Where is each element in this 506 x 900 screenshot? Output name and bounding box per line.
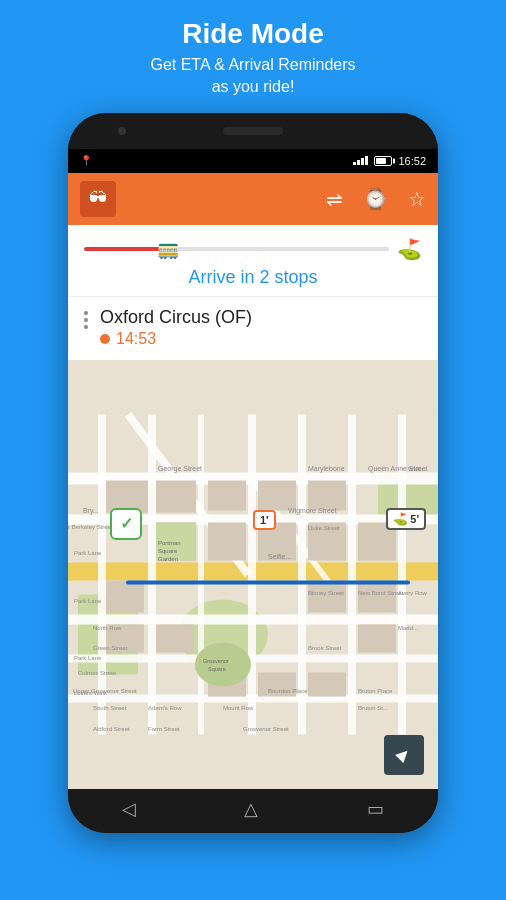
svg-text:Park Lane: Park Lane (74, 597, 102, 603)
svg-text:Park Lane: Park Lane (74, 654, 102, 660)
svg-rect-22 (208, 480, 246, 510)
svg-text:Selfie...: Selfie... (268, 552, 291, 559)
status-time: 16:52 (398, 155, 426, 167)
progress-track: 🚃 (84, 247, 389, 251)
svg-text:Square: Square (158, 547, 178, 553)
svg-text:Bry...: Bry... (83, 506, 99, 514)
svg-rect-20 (156, 480, 196, 512)
svg-text:South Street: South Street (93, 704, 127, 710)
flag-icon: ⛳ (397, 237, 422, 261)
svg-rect-16 (398, 414, 406, 734)
phone-bezel-top (68, 113, 438, 149)
app-content: 🕶 ⇌ ⌚ ☆ 🚃 ⛳ Arrive in 2 stops (68, 173, 438, 789)
star-icon[interactable]: ☆ (408, 187, 426, 211)
svg-text:Adam's Row: Adam's Row (148, 704, 182, 710)
station-time: 14:53 (116, 330, 156, 348)
map-svg: George Street Marylebone Wigmore Street … (68, 360, 438, 789)
train-icon: 🚃 (157, 238, 179, 260)
header-section: Ride Mode Get ETA & Arrival Reminders as… (130, 0, 375, 113)
svg-point-74 (195, 642, 251, 686)
svg-text:New Bond Street: New Bond Street (358, 589, 404, 595)
svg-rect-31 (358, 580, 396, 612)
station-dots (84, 311, 88, 329)
battery-icon (374, 156, 392, 166)
svg-rect-14 (298, 414, 306, 734)
phone-shell: 📍 16:52 🕶 ⇌ ⌚ ☆ (68, 113, 438, 833)
progress-bar: 🚃 ⛳ (84, 237, 422, 261)
svg-rect-13 (248, 414, 256, 734)
location-pin-icon: 📍 (80, 155, 92, 166)
status-left: 📍 (80, 155, 92, 166)
status-bar: 📍 16:52 (68, 149, 438, 173)
front-camera (118, 127, 126, 135)
svg-text:Garden: Garden (158, 555, 178, 561)
svg-text:r Berkeley Street: r Berkeley Street (68, 523, 113, 529)
svg-rect-25 (208, 522, 246, 560)
svg-rect-30 (308, 580, 346, 612)
transfer-icon[interactable]: ⇌ (326, 187, 343, 211)
map-area[interactable]: George Street Marylebone Wigmore Street … (68, 360, 438, 789)
route-mid-marker: 1' (253, 510, 276, 530)
end-label: 5' (410, 513, 419, 525)
compass-icon: ▲ (389, 740, 419, 770)
svg-text:Mount Row: Mount Row (223, 704, 254, 710)
station-details: Oxford Circus (OF) 14:53 (100, 307, 422, 348)
page-subtitle: Get ETA & Arrival Reminders as you ride! (150, 54, 355, 99)
svg-text:Green Street: Green Street (93, 644, 128, 650)
watch-icon[interactable]: ⌚ (363, 187, 388, 211)
svg-rect-12 (198, 414, 204, 734)
svg-text:Duke Street: Duke Street (308, 524, 340, 530)
svg-rect-36 (308, 672, 346, 696)
toolbar-icons: ⇌ ⌚ ☆ (326, 187, 426, 211)
svg-text:North Row: North Row (93, 624, 122, 630)
station-time-row: 14:53 (100, 330, 422, 348)
recents-button[interactable]: ▭ (367, 798, 384, 820)
svg-text:Brook Street: Brook Street (308, 644, 342, 650)
svg-text:Lovers Walk: Lovers Walk (74, 689, 108, 695)
route-start-marker: ✓ (110, 508, 142, 540)
svg-text:Wigmore Street: Wigmore Street (288, 506, 337, 514)
app-toolbar: 🕶 ⇌ ⌚ ☆ (68, 173, 438, 225)
page-title: Ride Mode (150, 18, 355, 50)
home-button[interactable]: △ (244, 798, 258, 820)
time-dot-icon (100, 334, 110, 344)
svg-rect-33 (156, 624, 194, 652)
svg-text:Grosvenor: Grosvenor (203, 657, 229, 663)
svg-text:Welb...: Welb... (408, 465, 427, 471)
svg-rect-29 (106, 580, 144, 612)
svg-text:Madd...: Madd... (398, 624, 418, 630)
svg-text:Bourdon Place: Bourdon Place (268, 687, 308, 693)
svg-text:Marylebone: Marylebone (308, 464, 345, 472)
svg-rect-37 (358, 624, 396, 652)
status-right: 16:52 (353, 155, 426, 167)
svg-rect-15 (348, 414, 356, 734)
svg-text:Aldford Street: Aldford Street (93, 725, 130, 731)
phone-nav-bar: ◁ △ ▭ (68, 789, 438, 833)
toolbar-logo[interactable]: 🕶 (80, 181, 116, 217)
station-info: Oxford Circus (OF) 14:53 (68, 296, 438, 360)
svg-rect-10 (98, 414, 106, 734)
svg-text:Grosvenor Street: Grosvenor Street (243, 725, 289, 731)
station-name: Oxford Circus (OF) (100, 307, 422, 328)
arrive-text: Arrive in 2 stops (84, 267, 422, 288)
svg-text:Bruton St...: Bruton St... (358, 704, 388, 710)
route-end-marker: ⛳ 5' (386, 508, 426, 530)
back-button[interactable]: ◁ (122, 798, 136, 820)
svg-text:Farm Street: Farm Street (148, 725, 180, 731)
svg-text:Binney Street: Binney Street (308, 589, 344, 595)
svg-text:Square: Square (208, 665, 226, 671)
svg-text:Portman: Portman (158, 539, 181, 545)
svg-text:Park Lane: Park Lane (74, 549, 102, 555)
navigation-button[interactable]: ▲ (384, 735, 424, 775)
svg-text:George Street: George Street (158, 464, 202, 472)
logo-sunglasses-icon: 🕶 (89, 188, 107, 209)
progress-area: 🚃 ⛳ Arrive in 2 stops (68, 225, 438, 296)
svg-text:Bruton Place: Bruton Place (358, 687, 393, 693)
signal-icon (353, 156, 368, 165)
svg-text:Avery Row: Avery Row (398, 589, 428, 595)
phone-speaker (223, 127, 283, 135)
svg-text:Culross Street: Culross Street (78, 669, 116, 675)
svg-rect-11 (148, 414, 156, 734)
